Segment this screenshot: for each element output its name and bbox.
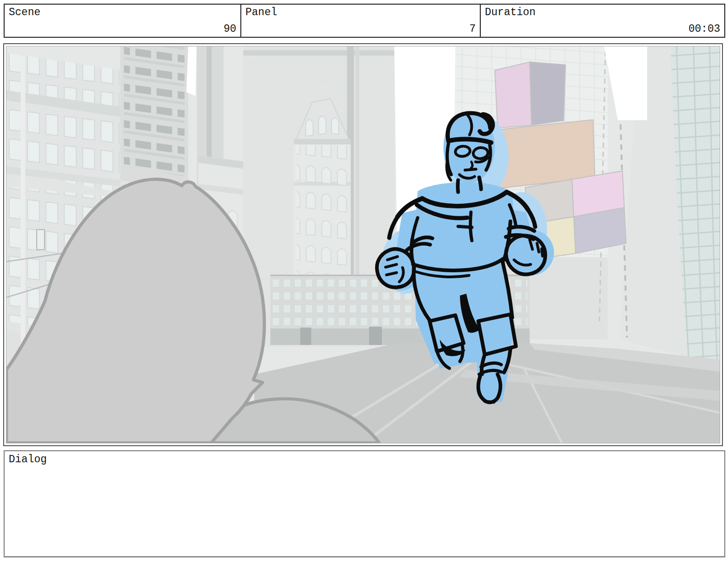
chest-mark-h: [458, 226, 472, 227]
duration-value[interactable]: 00:03: [688, 23, 720, 35]
billboard-violet: [530, 62, 566, 125]
torso-left: [411, 240, 413, 264]
mouth: [465, 169, 476, 170]
panel-frame: [3, 43, 723, 446]
billboard-pink: [495, 62, 532, 128]
knuckles-right: [537, 243, 539, 252]
dialog-box[interactable]: Dialog: [4, 450, 725, 557]
info-bar: Scene 90 Panel 7 Duration 00:03: [4, 4, 725, 38]
scene-field[interactable]: Scene 90: [5, 5, 241, 37]
boot-toe: [485, 401, 494, 402]
scene-label: Scene: [9, 6, 40, 18]
panel-canvas[interactable]: [6, 46, 720, 443]
street-sign: [37, 230, 45, 250]
building-archcap-tower: [294, 98, 351, 304]
panel-value[interactable]: 7: [469, 23, 476, 35]
panel-label: Panel: [245, 6, 277, 18]
neck-left: [458, 180, 458, 192]
duration-field[interactable]: Duration 00:03: [481, 5, 724, 37]
duration-label: Duration: [485, 6, 535, 18]
scene-value[interactable]: 90: [223, 23, 236, 35]
panel-field[interactable]: Panel 7: [241, 5, 481, 37]
knuckles-right: [541, 249, 542, 256]
neck-right: [479, 178, 481, 190]
dialog-label: Dialog: [9, 454, 47, 465]
storyboard-art: [6, 46, 720, 443]
